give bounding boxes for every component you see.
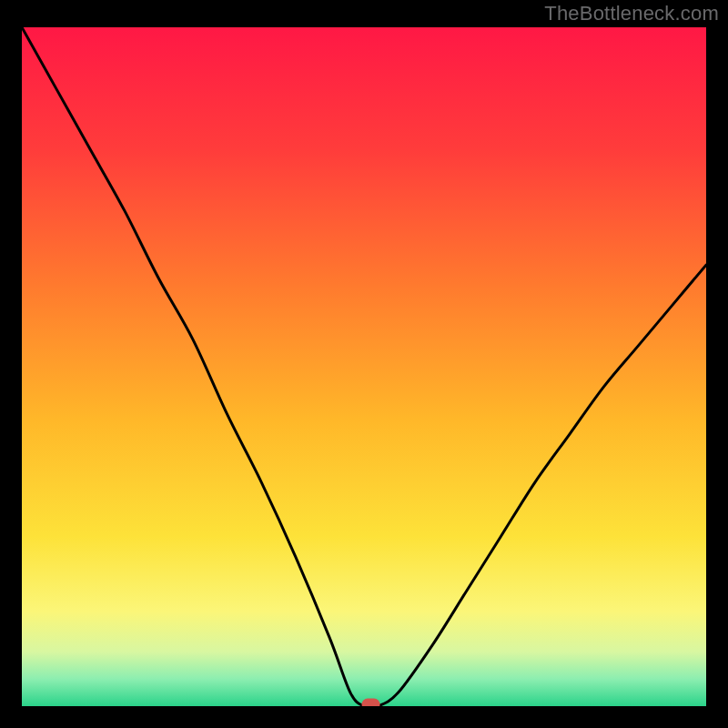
chart-background [22,27,706,706]
attribution-text: TheBottleneck.com [544,2,719,25]
chart-svg [22,27,706,706]
chart-frame: TheBottleneck.com [0,0,728,728]
bottleneck-chart [22,27,706,706]
optimal-marker [362,699,380,707]
